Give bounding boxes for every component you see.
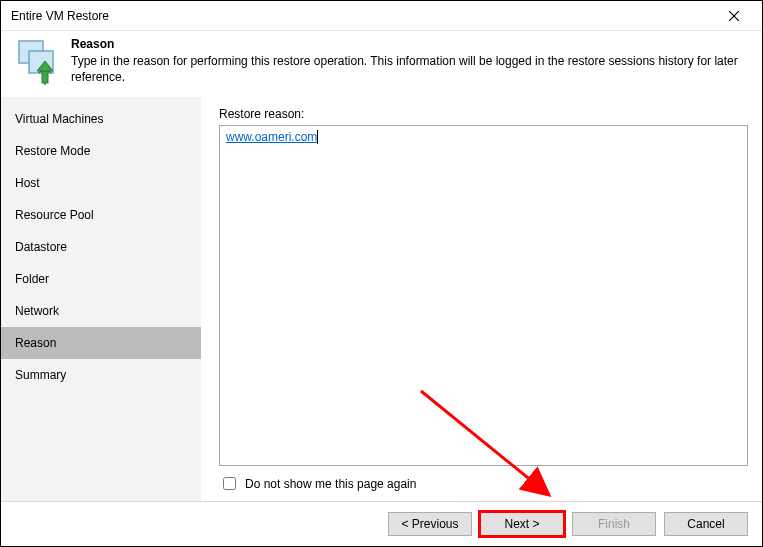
wizard-window: Entire VM Restore Reason Type in the rea…: [0, 0, 763, 547]
cancel-button[interactable]: Cancel: [664, 512, 748, 536]
wizard-header-text: Reason Type in the reason for performing…: [71, 37, 748, 87]
wizard-header: Reason Type in the reason for performing…: [1, 31, 762, 97]
wizard-body: Virtual Machines Restore Mode Host Resou…: [1, 97, 762, 501]
wizard-main: Restore reason: www.oameri.com Do not sh…: [201, 97, 762, 501]
window-title: Entire VM Restore: [11, 9, 109, 23]
next-button[interactable]: Next >: [480, 512, 564, 536]
sidebar-item-host[interactable]: Host: [1, 167, 201, 199]
wizard-step-description: Type in the reason for performing this r…: [71, 53, 748, 85]
close-icon: [729, 11, 739, 21]
sidebar-item-resource-pool[interactable]: Resource Pool: [1, 199, 201, 231]
text-caret: [317, 130, 318, 144]
reason-value: www.oameri.com: [226, 130, 317, 144]
sidebar-item-restore-mode[interactable]: Restore Mode: [1, 135, 201, 167]
wizard-step-title: Reason: [71, 37, 748, 51]
reason-label: Restore reason:: [219, 107, 748, 121]
sidebar-item-folder[interactable]: Folder: [1, 263, 201, 295]
sidebar-item-network[interactable]: Network: [1, 295, 201, 327]
wizard-sidebar: Virtual Machines Restore Mode Host Resou…: [1, 97, 201, 501]
close-button[interactable]: [714, 2, 754, 30]
sidebar-item-summary[interactable]: Summary: [1, 359, 201, 391]
dont-show-label: Do not show me this page again: [245, 477, 416, 491]
restore-icon: [15, 37, 59, 87]
previous-button[interactable]: < Previous: [388, 512, 472, 536]
sidebar-item-reason[interactable]: Reason: [1, 327, 201, 359]
wizard-footer: < Previous Next > Finish Cancel: [1, 501, 762, 546]
finish-button: Finish: [572, 512, 656, 536]
reason-textarea[interactable]: www.oameri.com: [219, 125, 748, 466]
dont-show-checkbox[interactable]: [223, 477, 236, 490]
sidebar-item-virtual-machines[interactable]: Virtual Machines: [1, 103, 201, 135]
dont-show-checkbox-row[interactable]: Do not show me this page again: [219, 474, 748, 493]
sidebar-item-datastore[interactable]: Datastore: [1, 231, 201, 263]
titlebar: Entire VM Restore: [1, 1, 762, 31]
